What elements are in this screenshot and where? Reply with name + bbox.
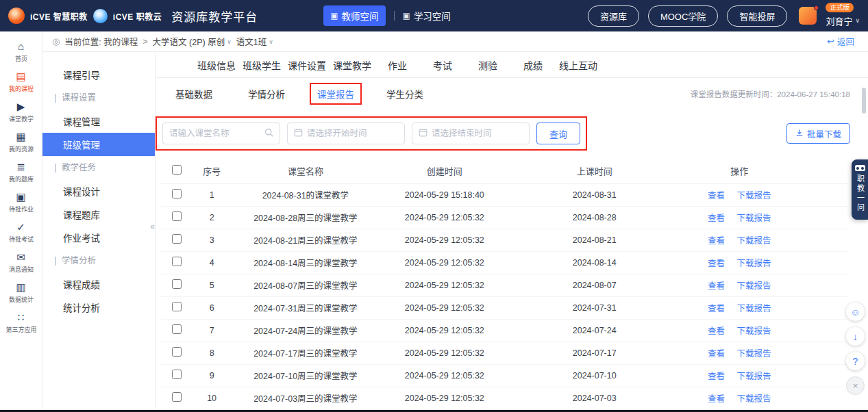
table-row: 2 2024-08-28周三的课堂教学 2024-05-29 12:05:32 … xyxy=(161,206,847,229)
app-notification-icon[interactable] xyxy=(799,7,817,25)
row-created-time: 2024-05-29 12:05:32 xyxy=(380,229,510,251)
col-class-date: 上课时间 xyxy=(510,159,679,183)
download-report-link[interactable]: 下载报告 xyxy=(736,259,771,268)
download-report-link[interactable]: 下载报告 xyxy=(736,394,771,404)
floating-buttons: ☺ ↓ ? × xyxy=(846,302,865,395)
view-link[interactable]: 查看 xyxy=(708,214,725,223)
select-all-checkbox[interactable] xyxy=(172,165,182,175)
secondary-tab[interactable]: 学情分析 xyxy=(245,87,288,101)
side-assistant-tab[interactable]: 职教一问 xyxy=(852,159,868,220)
learning-space-tab[interactable]: ▣ 学习空间 xyxy=(403,9,451,23)
secondary-tab[interactable]: 基础数据 xyxy=(172,87,216,101)
search-button[interactable]: 查询 xyxy=(536,123,580,144)
primary-tab[interactable]: 成绩 xyxy=(510,58,556,72)
download-report-link[interactable]: 下载报告 xyxy=(736,349,771,359)
sidebar-item[interactable]: 课程题库 xyxy=(42,203,155,226)
view-link[interactable]: 查看 xyxy=(708,326,725,336)
row-checkbox[interactable] xyxy=(172,392,182,402)
download-center-button[interactable]: ↓ xyxy=(846,327,865,346)
rail-item[interactable]: ▣ 待批作业 xyxy=(0,188,42,218)
rail-item[interactable]: ≣ 我的题库 xyxy=(0,157,42,188)
row-checkbox[interactable] xyxy=(172,234,182,244)
view-link[interactable]: 查看 xyxy=(708,259,725,268)
row-checkbox[interactable] xyxy=(172,279,182,289)
rail-item-label: 我的课程 xyxy=(9,83,34,93)
close-float-button[interactable]: × xyxy=(846,376,865,395)
primary-tab[interactable]: 课堂教学 xyxy=(330,58,375,72)
rail-item[interactable]: ▦ 我的资源 xyxy=(0,127,42,157)
primary-tab[interactable]: 考试 xyxy=(420,58,465,72)
search-icon[interactable] xyxy=(264,128,273,139)
rail-item[interactable]: ▤ 我的课程 xyxy=(0,67,42,97)
class-name-input[interactable] xyxy=(169,129,260,138)
row-class-date: 2024-08-07 xyxy=(510,274,679,296)
sidebar-item[interactable]: 课程引导 xyxy=(42,63,155,86)
sidebar-item[interactable]: 作业考试 xyxy=(42,226,155,249)
download-report-link[interactable]: 下载报告 xyxy=(736,191,771,201)
rail-item[interactable]: ▶ 课堂教学 xyxy=(0,97,42,127)
chevron-down-icon: ∨ xyxy=(227,38,232,45)
primary-tab[interactable]: 线上互动 xyxy=(556,58,601,72)
rail-item[interactable]: ⌂ 首页 xyxy=(0,37,42,67)
rail-item[interactable]: ✉ 消息通知 xyxy=(0,248,42,278)
view-link[interactable]: 查看 xyxy=(708,304,725,313)
row-no: 1 xyxy=(192,183,232,206)
primary-tab[interactable]: 班级学生 xyxy=(239,58,284,72)
download-report-link[interactable]: 下载报告 xyxy=(736,304,771,313)
row-checkbox[interactable] xyxy=(172,211,182,221)
start-time-input[interactable] xyxy=(307,129,398,138)
header-pill-button[interactable]: 智能投屏 xyxy=(727,5,787,27)
course-dropdown[interactable]: 大学语文 (2P) 原创 ∨ xyxy=(153,35,232,48)
class-dropdown[interactable]: 语文1班 ∨ xyxy=(236,35,273,48)
header-pill-button[interactable]: 资源库 xyxy=(588,5,639,27)
user-menu[interactable]: 刘育宁 ∨ xyxy=(826,14,860,27)
view-link[interactable]: 查看 xyxy=(708,394,725,404)
batch-download-button[interactable]: 批量下载 xyxy=(786,123,850,144)
row-checkbox[interactable] xyxy=(172,302,182,311)
download-report-link[interactable]: 下载报告 xyxy=(736,214,771,223)
sidebar-item[interactable]: 统计分析 xyxy=(42,296,155,319)
header-pill-button[interactable]: MOOC学院 xyxy=(648,5,718,27)
secondary-tab[interactable]: 学生分类 xyxy=(383,87,427,101)
primary-tab[interactable]: 班级信息 xyxy=(194,58,239,72)
download-report-link[interactable]: 下载报告 xyxy=(736,281,771,291)
rail-item-label: 课堂教学 xyxy=(9,114,34,123)
view-link[interactable]: 查看 xyxy=(708,236,725,246)
primary-tab[interactable]: 作业 xyxy=(375,58,420,72)
sidebar-item[interactable]: 课程设计 xyxy=(42,179,155,203)
view-link[interactable]: 查看 xyxy=(708,349,725,359)
row-class-date: 2024-08-31 xyxy=(510,183,679,206)
assistant-button[interactable]: ☺ xyxy=(846,302,865,321)
row-class-date: 2024-07-03 xyxy=(510,387,679,409)
rail-item[interactable]: ▥ 数据统计 xyxy=(0,278,42,308)
row-checkbox[interactable] xyxy=(172,347,182,357)
row-checkbox[interactable] xyxy=(172,189,182,198)
secondary-tab[interactable]: 课堂报告 xyxy=(310,83,362,105)
sidebar-collapse-button[interactable]: « xyxy=(148,218,157,235)
view-link[interactable]: 查看 xyxy=(708,191,725,201)
rail-item[interactable]: ✓ 待批考试 xyxy=(0,218,42,248)
end-time-input[interactable] xyxy=(432,129,523,138)
row-checkbox[interactable] xyxy=(172,370,182,379)
teacher-space-tab[interactable]: ▣ 教师空间 xyxy=(323,5,385,26)
sidebar-item[interactable]: 课程成绩 xyxy=(42,272,155,296)
download-report-link[interactable]: 下载报告 xyxy=(736,236,771,246)
row-checkbox[interactable] xyxy=(172,257,182,266)
row-class-name: 2024-08-21周三的课堂教学 xyxy=(232,229,379,251)
rail-item[interactable]: ∷ 第三方应用 xyxy=(0,308,42,338)
end-time-field xyxy=(412,123,530,144)
row-class-name: 2024-07-17周三的课堂教学 xyxy=(232,342,379,364)
view-link[interactable]: 查看 xyxy=(708,372,725,381)
scrollbar-thumb[interactable] xyxy=(862,88,866,114)
download-report-link[interactable]: 下载报告 xyxy=(736,326,771,336)
row-checkbox[interactable] xyxy=(172,324,182,334)
sidebar-item[interactable]: 课程管理 xyxy=(42,110,155,133)
download-report-link[interactable]: 下载报告 xyxy=(736,372,771,381)
back-button[interactable]: ↩ 返回 xyxy=(827,35,854,48)
primary-tab[interactable]: 课件设置 xyxy=(284,58,330,72)
view-link[interactable]: 查看 xyxy=(708,281,725,291)
help-button[interactable]: ? xyxy=(846,352,865,370)
row-class-name: 2024-07-03周三的课堂教学 xyxy=(232,387,379,409)
sidebar-item[interactable]: 班级管理 xyxy=(42,133,155,156)
primary-tab[interactable]: 测验 xyxy=(465,58,510,72)
